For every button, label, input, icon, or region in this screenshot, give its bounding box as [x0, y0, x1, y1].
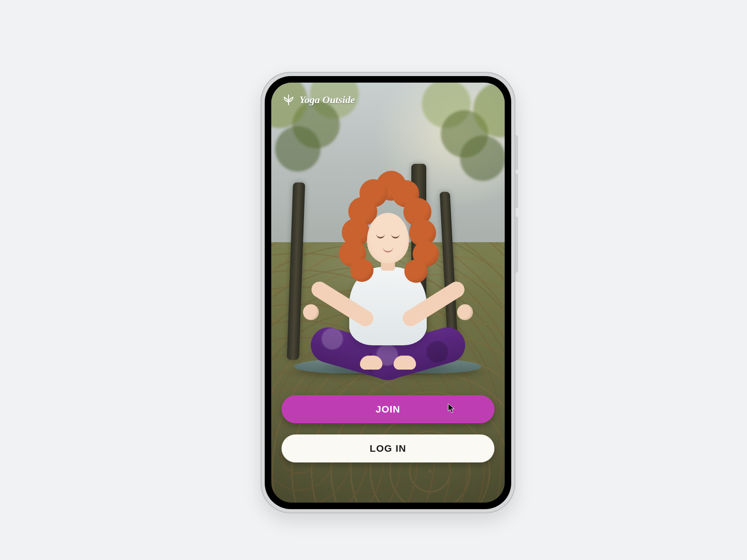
- phone-bezel: Yoga Outside JOIN LOG IN: [265, 76, 511, 509]
- brand-name: Yoga Outside: [299, 94, 355, 106]
- auth-button-group: JOIN LOG IN: [282, 395, 494, 462]
- login-button[interactable]: LOG IN: [282, 434, 494, 462]
- power-button[interactable]: [515, 217, 518, 273]
- app-screen: Yoga Outside JOIN LOG IN: [271, 83, 505, 503]
- phone-frame: Yoga Outside JOIN LOG IN: [261, 72, 515, 513]
- brand-logo: Yoga Outside: [282, 93, 355, 107]
- lotus-icon: [282, 93, 296, 107]
- volume-down-button[interactable]: [515, 174, 518, 208]
- join-button[interactable]: JOIN: [282, 395, 494, 423]
- volume-up-button[interactable]: [515, 135, 518, 170]
